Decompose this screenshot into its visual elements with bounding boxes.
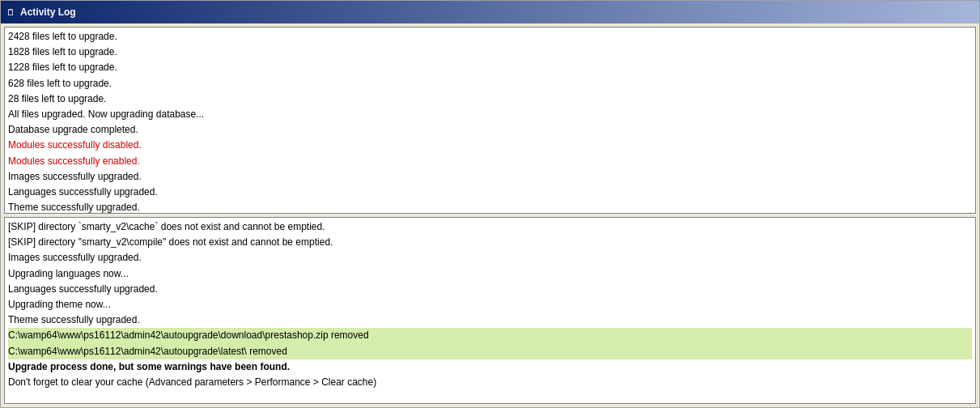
log-line: C:\wamp64\www\ps16112\admin42\autoupgrad… (8, 328, 972, 343)
log-line: Upgrade process done, but some warnings … (8, 359, 972, 375)
log-line: Images successfully upgraded. (8, 250, 972, 266)
log-line: [SKIP] directory `smarty_v2\cache` does … (8, 219, 972, 235)
log-line: 1228 files left to upgrade. (8, 60, 972, 75)
log-line: Images successfully upgraded. (8, 169, 972, 185)
activity-log-window: 🗒 Activity Log 2428 files left to upgrad… (0, 0, 980, 408)
title-bar-icon: 🗒 (4, 6, 17, 19)
log-line: Don't forget to clear your cache (Advanc… (8, 375, 972, 390)
log-line: 28 files left to upgrade. (8, 91, 972, 107)
log-line: Languages successfully upgraded. (8, 282, 972, 297)
log-line: Theme successfully upgraded. (8, 200, 972, 214)
log-line: Languages successfully upgraded. (8, 185, 972, 200)
log-line: Database upgrade completed. (8, 122, 972, 138)
log-panel-2[interactable]: [SKIP] directory `smarty_v2\cache` does … (4, 217, 976, 404)
log-panel-1[interactable]: 2428 files left to upgrade.1828 files le… (4, 27, 976, 214)
log-line: Modules successfully enabled. (8, 154, 972, 169)
log-line: C:\wamp64\www\ps16112\admin42\autoupgrad… (8, 344, 972, 359)
log-line: 1828 files left to upgrade. (8, 45, 972, 60)
title-bar: 🗒 Activity Log (1, 1, 979, 23)
log-line: All files upgraded. Now upgrading databa… (8, 107, 972, 122)
log-line: [SKIP] directory "smarty_v2\compile" doe… (8, 235, 972, 250)
log-line: Modules successfully disabled. (8, 138, 972, 153)
log-line: Upgrading languages now... (8, 266, 972, 282)
log-line: Theme successfully upgraded. (8, 312, 972, 328)
title-bar-text: Activity Log (20, 6, 76, 18)
log-line: 628 files left to upgrade. (8, 76, 972, 91)
log-line: Upgrading theme now... (8, 297, 972, 312)
log-line: 2428 files left to upgrade. (8, 29, 972, 45)
content-area: 2428 files left to upgrade.1828 files le… (1, 23, 979, 407)
